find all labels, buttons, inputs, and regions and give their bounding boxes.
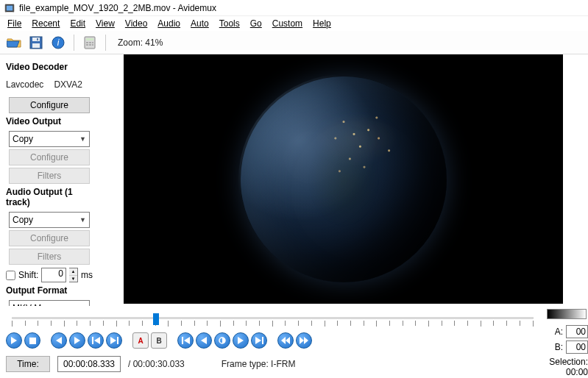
svg-rect-16	[89, 44, 91, 46]
menu-edit[interactable]: Edit	[65, 17, 90, 30]
marker-a-value: 00	[566, 325, 588, 338]
prev-keyframe-button[interactable]	[88, 332, 104, 349]
audio-shift-unit: ms	[81, 270, 93, 280]
toolbar-separator	[105, 35, 106, 51]
next-frame-button[interactable]	[69, 332, 85, 349]
menu-auto[interactable]: Auto	[186, 17, 213, 30]
audio-shift-value[interactable]: 0	[41, 268, 66, 282]
svg-rect-14	[92, 42, 93, 43]
svg-rect-19	[92, 337, 93, 344]
rewind-button[interactable]	[277, 332, 294, 349]
svg-rect-23	[262, 337, 263, 344]
video-frame-content	[241, 76, 447, 282]
time-button[interactable]: Time:	[6, 356, 50, 372]
spinner-down-icon[interactable]: ▼	[69, 276, 77, 282]
menu-audio[interactable]: Audio	[153, 17, 185, 30]
audio-shift-spinner[interactable]: ▲▼	[69, 268, 78, 282]
info-button[interactable]: i	[49, 33, 68, 52]
chevron-down-icon: ▼	[79, 216, 86, 224]
prev-black-frame-button[interactable]	[214, 332, 230, 349]
decoder-hw: DXVA2	[54, 79, 82, 90]
sidebar: Video Decoder Lavcodec DXVA2 Configure V…	[0, 54, 99, 306]
video-output-filters-button: Filters	[9, 168, 90, 184]
svg-rect-15	[86, 44, 88, 46]
playback-controls: A B	[6, 332, 538, 349]
bottom-panel: A:00 B:00 Selection: 00:00 A B Time: 00:…	[0, 306, 588, 378]
audio-output-configure-button: Configure	[9, 230, 90, 246]
gradient-preview	[547, 309, 587, 319]
svg-rect-3	[13, 4, 14, 12]
menu-go[interactable]: Go	[246, 17, 266, 30]
marker-a-label: A:	[553, 327, 563, 337]
frame-type-label: Frame type: I-FRM	[222, 359, 296, 369]
marker-a-row: A:00	[547, 325, 588, 338]
video-viewer	[99, 54, 588, 306]
audio-output-selected: Copy	[13, 215, 33, 225]
svg-rect-2	[5, 4, 7, 12]
marker-b-value: 00	[566, 340, 588, 354]
audio-shift-row: Shift: 0 ▲▼ ms	[6, 268, 93, 282]
app-icon	[4, 3, 15, 13]
svg-rect-13	[89, 42, 91, 43]
decoder-codec: Lavcodec	[6, 79, 43, 90]
goto-end-button[interactable]	[251, 332, 267, 349]
audio-output-filters-button: Filters	[9, 249, 90, 265]
status-row: Time: 00:00:08.333 / 00:00:30.033 Frame …	[6, 356, 538, 372]
selection-panel: A:00 B:00 Selection: 00:00	[547, 306, 588, 377]
selection-label: Selection: 00:00	[547, 357, 588, 377]
prev-frame-button[interactable]	[51, 332, 67, 349]
set-marker-a-button[interactable]: A	[132, 332, 149, 349]
audio-shift-label: Shift:	[18, 270, 38, 280]
play-button[interactable]	[6, 332, 22, 349]
svg-rect-5	[32, 38, 40, 41]
goto-marker-a-button[interactable]	[196, 332, 212, 349]
video-output-title: Video Output	[6, 116, 93, 126]
menu-tools[interactable]: Tools	[215, 17, 244, 30]
audio-shift-checkbox[interactable]	[6, 271, 15, 280]
set-marker-b-button[interactable]: B	[151, 332, 167, 349]
video-output-selected: Copy	[13, 134, 33, 144]
svg-rect-11	[86, 38, 93, 40]
audio-output-select[interactable]: Copy▼	[9, 212, 90, 228]
time-value[interactable]: 00:00:08.333	[57, 356, 121, 372]
svg-rect-21	[182, 337, 183, 344]
stop-button[interactable]	[24, 332, 40, 349]
window-title: file_example_MOV_1920_2_2MB.mov - Avidem…	[19, 3, 216, 13]
spinner-up-icon[interactable]: ▲	[69, 268, 77, 276]
open-button[interactable]	[4, 33, 24, 52]
save-button[interactable]	[26, 33, 46, 52]
video-decoder-title: Video Decoder	[6, 62, 93, 72]
menu-view[interactable]: View	[91, 17, 119, 30]
audio-output-title: Audio Output (1 track)	[6, 187, 93, 207]
svg-rect-7	[37, 38, 38, 40]
video-output-configure-button: Configure	[9, 149, 90, 165]
video-decoder-configure-button[interactable]: Configure	[9, 97, 90, 113]
svg-rect-6	[32, 43, 40, 48]
marker-b-label: B:	[553, 342, 563, 352]
timeline-handle[interactable]	[153, 313, 159, 325]
zoom-label: Zoom: 41%	[118, 38, 163, 48]
chevron-down-icon: ▼	[79, 135, 86, 143]
calculator-button[interactable]	[80, 33, 99, 52]
timeline-track	[12, 317, 534, 319]
menu-help[interactable]: Help	[308, 17, 336, 30]
video-canvas[interactable]	[124, 54, 563, 304]
svg-rect-12	[86, 42, 88, 43]
output-format-title: Output Format	[6, 285, 93, 296]
menu-video[interactable]: Video	[121, 17, 152, 30]
decoder-row: Lavcodec DXVA2	[6, 76, 93, 93]
svg-rect-20	[117, 337, 118, 344]
goto-start-button[interactable]	[177, 332, 194, 349]
next-keyframe-button[interactable]	[106, 332, 122, 349]
svg-rect-18	[29, 338, 36, 344]
forward-button[interactable]	[296, 332, 312, 349]
svg-rect-17	[92, 44, 93, 46]
menu-file[interactable]: File	[3, 17, 26, 30]
menu-recent[interactable]: Recent	[27, 17, 64, 30]
goto-marker-b-button[interactable]	[233, 332, 249, 349]
video-output-select[interactable]: Copy▼	[9, 131, 90, 147]
menu-custom[interactable]: Custom	[268, 17, 307, 30]
main-area: Video Decoder Lavcodec DXVA2 Configure V…	[0, 54, 588, 306]
marker-b-row: B:00	[547, 340, 588, 354]
timeline[interactable]	[7, 312, 538, 328]
